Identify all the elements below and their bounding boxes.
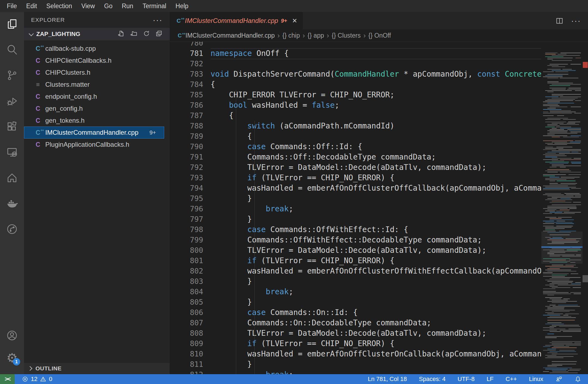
status-encoding[interactable]: UTF-8	[458, 376, 475, 383]
activity-home-icon[interactable]	[3, 168, 21, 188]
activity-run-debug-icon[interactable]	[3, 91, 21, 111]
cpp-file-icon: C++	[176, 32, 183, 39]
status-language-mode[interactable]: C++	[506, 376, 517, 383]
breadcrumb-symbol-chip[interactable]: {} chip	[283, 32, 300, 39]
remote-indicator[interactable]: ><	[0, 374, 15, 384]
code-line-812: 812 break;	[170, 370, 541, 374]
code-line-796: 796 break;	[170, 204, 541, 214]
status-eol[interactable]: LF	[487, 376, 494, 383]
file-item-pluginapplicationcallbacks-h[interactable]: CPluginApplicationCallbacks.h	[24, 139, 170, 151]
file-item-callback-stub-cpp[interactable]: C++callback-stub.cpp	[24, 43, 170, 55]
docker-icon	[6, 197, 18, 209]
breadcrumb-symbol-clusters[interactable]: {} Clusters	[332, 32, 361, 39]
file-name: endpoint_config.h	[45, 93, 97, 100]
code-editor[interactable]: 780781namespace OnOff {782783void Dispat…	[170, 42, 588, 374]
cpp-file-icon: C++	[34, 129, 42, 136]
line-number: 812	[170, 370, 211, 374]
collapse-all-icon[interactable]	[155, 30, 163, 38]
file-name: Clusters.matter	[45, 81, 90, 88]
breadcrumb-symbol-app[interactable]: {} app	[308, 32, 324, 39]
activity-docker-icon[interactable]	[3, 194, 21, 213]
activity-explorer-icon[interactable]	[3, 14, 21, 34]
line-text: TLVError = DataModel::Decode(aDataTlv, c…	[211, 245, 541, 256]
file-item-imclustercommandhandler-cpp[interactable]: C++IMClusterCommandHandler.cpp9+	[24, 127, 164, 139]
activity-settings-icon[interactable]: ⚙1	[3, 349, 21, 367]
split-editor-icon[interactable]	[556, 17, 563, 25]
line-number: 803	[170, 276, 211, 287]
status-bar-right: Ln 781, Col 18Spaces: 4UTF-8LFC++Linux	[368, 376, 588, 383]
refresh-icon[interactable]	[143, 30, 150, 38]
line-text: break;	[211, 204, 541, 214]
menu-item-selection[interactable]: Selection	[42, 0, 77, 12]
breadcrumb-symbol-onoff[interactable]: {} OnOff	[368, 32, 391, 39]
notifications-bell-icon[interactable]	[574, 376, 581, 383]
file-item-chipclusters-h[interactable]: CCHIPClusters.h	[24, 67, 170, 79]
line-text: bool wasHandled = false;	[211, 100, 541, 110]
file-item-chipclientcallbacks-h[interactable]: CCHIPClientCallbacks.h	[24, 55, 170, 67]
code-line-780: 780	[170, 42, 541, 48]
activity-source-control-icon[interactable]	[3, 65, 21, 85]
file-item-clusters-matter[interactable]: ≡Clusters.matter	[24, 79, 170, 91]
header-file-icon: C	[34, 105, 42, 112]
scrollbar-thumb[interactable]	[583, 275, 588, 282]
header-file-icon: C	[34, 117, 42, 124]
code-line-781: 781namespace OnOff {	[170, 48, 541, 59]
tab-close-icon[interactable]: ✕	[292, 17, 297, 25]
menu-item-file[interactable]: File	[2, 0, 22, 12]
line-number: 788	[170, 121, 211, 131]
line-number: 804	[170, 287, 211, 297]
menu-item-view[interactable]: View	[77, 0, 99, 12]
breadcrumb-separator-icon: ›	[363, 32, 365, 40]
code-lines: 780781namespace OnOff {782783void Dispat…	[170, 42, 541, 374]
explorer-more-actions-icon[interactable]: ···	[153, 17, 163, 23]
line-text: }	[211, 193, 541, 204]
new-file-icon[interactable]	[118, 30, 125, 38]
code-line-788: 788 switch (aCommandPath.mCommandId)	[170, 121, 541, 131]
tab-label: IMClusterCommandHandler.cpp	[185, 17, 278, 25]
activity-account-icon[interactable]	[3, 327, 21, 344]
code-line-803: 803 }	[170, 276, 541, 287]
menu-item-run[interactable]: Run	[117, 0, 138, 12]
editor-group: C++ IMClusterCommandHandler.cpp 9+ ✕ ···…	[170, 12, 588, 374]
activity-extensions-icon[interactable]	[3, 117, 21, 136]
file-name: CHIPClientCallbacks.h	[45, 57, 112, 64]
line-text: {	[211, 110, 541, 121]
file-name: CHIPClusters.h	[45, 69, 90, 76]
status-remote-os[interactable]: Linux	[529, 376, 543, 383]
file-item-gen-config-h[interactable]: Cgen_config.h	[24, 103, 170, 115]
code-line-802: 802 wasHandled = emberAfOnOffClusterOffW…	[170, 266, 541, 276]
line-text: break;	[211, 287, 541, 297]
problems-status[interactable]: 12 0	[22, 376, 52, 383]
breadcrumb-file[interactable]: IMClusterCommandHandler.cpp	[185, 32, 275, 39]
line-number: 806	[170, 307, 211, 318]
menu-item-terminal[interactable]: Terminal	[138, 0, 171, 12]
line-number: 784	[170, 79, 211, 90]
outline-section[interactable]: OUTLINE	[24, 362, 170, 374]
new-folder-icon[interactable]	[130, 30, 137, 38]
cpp-file-icon: C++	[175, 17, 182, 24]
line-text: Commands::OffWithEffect::DecodableType c…	[211, 235, 541, 245]
menu-item-edit[interactable]: Edit	[22, 0, 42, 12]
git-graph-icon	[6, 223, 18, 235]
menu-item-go[interactable]: Go	[100, 0, 117, 12]
activity-remote-explorer-icon[interactable]	[3, 142, 21, 162]
overview-ruler[interactable]	[583, 42, 588, 374]
activity-git-graph-icon[interactable]	[3, 219, 21, 239]
menu-item-help[interactable]: Help	[171, 0, 193, 12]
line-text: Commands::Off::DecodableType commandData…	[211, 152, 541, 162]
search-icon	[6, 44, 18, 56]
more-actions-icon[interactable]: ···	[571, 16, 581, 25]
section-header-zap-lighting[interactable]: ZAP_LIGHTING	[24, 28, 170, 40]
status-indentation[interactable]: Spaces: 4	[419, 376, 446, 383]
activity-search-icon[interactable]	[3, 40, 21, 59]
minimap[interactable]	[541, 42, 583, 374]
file-item-endpoint-config-h[interactable]: Cendpoint_config.h	[24, 91, 170, 103]
tab-imclustercommandhandler[interactable]: C++ IMClusterCommandHandler.cpp 9+ ✕	[170, 12, 303, 29]
status-cursor-position[interactable]: Ln 781, Col 18	[368, 376, 407, 383]
file-item-gen-tokens-h[interactable]: Cgen_tokens.h	[24, 115, 170, 127]
error-marker	[583, 62, 588, 68]
code-line-787: 787 {	[170, 110, 541, 121]
feedback-icon[interactable]	[555, 376, 562, 383]
line-number: 785	[170, 90, 211, 100]
code-line-794: 794 wasHandled = emberAfOnOffClusterOffC…	[170, 183, 541, 193]
